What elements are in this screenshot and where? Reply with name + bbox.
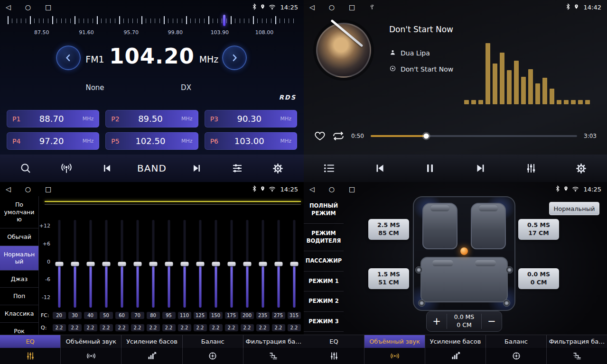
eq-slider-handle[interactable]: [86, 262, 94, 266]
mode-2[interactable]: РЕЖИМ 2: [304, 291, 344, 312]
eq-slider-handle[interactable]: [55, 262, 63, 266]
nav-recents-icon[interactable]: □: [45, 186, 51, 192]
next-station-icon[interactable]: [187, 158, 207, 179]
rear-right-delay-badge[interactable]: 0.0 MS 0 CM: [518, 268, 559, 289]
nav-recents-icon[interactable]: □: [45, 4, 51, 10]
tune-up-button[interactable]: [222, 46, 247, 70]
settings-gear-icon[interactable]: [571, 158, 592, 179]
nav-home-icon[interactable]: ○: [25, 186, 31, 192]
nav-home-icon[interactable]: ○: [329, 186, 335, 192]
next-track-icon[interactable]: [470, 158, 491, 179]
eq-band-slider[interactable]: [224, 220, 239, 308]
tab-surround[interactable]: Объёмный звук: [364, 335, 425, 348]
nav-recents-icon[interactable]: □: [349, 4, 355, 10]
progress-slider[interactable]: [371, 135, 577, 137]
previous-station-icon[interactable]: [96, 158, 117, 179]
mode-1[interactable]: РЕЖИМ 1: [304, 272, 344, 292]
eq-slider-handle[interactable]: [259, 262, 267, 266]
tab-eq[interactable]: EQ: [0, 335, 61, 348]
mode-driver[interactable]: РЕЖИМ ВОДИТЕЛЯ: [304, 224, 344, 251]
preset-button-p1[interactable]: P1 88.70 MHz: [7, 110, 99, 127]
eq-preset-jazz[interactable]: Джаз: [0, 271, 38, 288]
eq-band-slider[interactable]: [239, 220, 255, 308]
nav-home-icon[interactable]: ○: [25, 4, 31, 10]
balance-tab-icon[interactable]: [486, 348, 547, 364]
frequency-ruler[interactable]: [8, 16, 296, 27]
delay-increase-button[interactable]: +: [427, 311, 447, 331]
repeat-icon[interactable]: [332, 130, 345, 142]
eq-tab-icon[interactable]: [0, 348, 61, 364]
tab-filter[interactable]: Фильтрация ба…: [243, 335, 304, 348]
eq-slider-handle[interactable]: [196, 262, 204, 266]
eq-slider-handle[interactable]: [133, 262, 141, 266]
mode-3[interactable]: РЕЖИМ 3: [304, 312, 344, 332]
filter-tab-icon[interactable]: [547, 348, 607, 364]
eq-band-slider[interactable]: [98, 220, 114, 308]
surround-tab-icon[interactable]: [364, 348, 425, 364]
balance-tab-icon[interactable]: [183, 348, 243, 364]
eq-tab-icon[interactable]: [304, 348, 364, 364]
tab-surround[interactable]: Объёмный звук: [61, 335, 121, 348]
mode-full[interactable]: ПОЛНЫЙ РЕЖИМ: [304, 196, 344, 224]
eq-band-slider[interactable]: [192, 220, 208, 308]
eq-band-slider[interactable]: [286, 220, 302, 308]
bass-boost-tab-icon[interactable]: [121, 348, 182, 364]
eq-slider-handle[interactable]: [212, 262, 220, 266]
rear-left-delay-badge[interactable]: 1.5 MS 51 CM: [368, 268, 409, 289]
band-button[interactable]: BAND: [137, 163, 167, 174]
broadcast-icon[interactable]: [56, 158, 77, 179]
scan-search-icon[interactable]: [15, 158, 36, 179]
mode-passenger[interactable]: ПАССАЖИР: [304, 251, 344, 272]
eq-band-slider[interactable]: [145, 220, 161, 308]
nav-recents-icon[interactable]: □: [349, 186, 355, 192]
eq-band-slider[interactable]: [67, 220, 83, 308]
eq-preset-normal[interactable]: Нормальный: [0, 246, 38, 271]
eq-preset-rock[interactable]: Рок: [0, 323, 38, 335]
equalizer-mixer-icon[interactable]: [521, 158, 542, 179]
preset-button-p6[interactable]: P6 103.00 MHz: [205, 132, 297, 150]
playlist-icon[interactable]: [319, 158, 340, 179]
eq-band-slider[interactable]: [271, 220, 286, 308]
eq-preset-default[interactable]: По умолчанию: [0, 196, 38, 228]
nav-back-icon[interactable]: ◁: [309, 186, 315, 192]
eq-slider-handle[interactable]: [290, 262, 298, 266]
preset-button-p4[interactable]: P4 97.20 MHz: [7, 132, 99, 150]
eq-slider-handle[interactable]: [227, 262, 235, 266]
eq-slider-handle[interactable]: [71, 262, 79, 266]
tune-down-button[interactable]: [56, 46, 81, 70]
preset-button-p2[interactable]: P2 89.50 MHz: [105, 110, 198, 127]
tab-filter[interactable]: Фильтрация ба…: [547, 335, 607, 348]
nav-back-icon[interactable]: ◁: [6, 186, 11, 192]
tab-balance[interactable]: Баланс: [486, 335, 547, 348]
filter-tab-icon[interactable]: [243, 348, 304, 364]
preset-button-p3[interactable]: P3 90.30 MHz: [205, 110, 297, 127]
settings-gear-icon[interactable]: [268, 158, 289, 179]
eq-band-slider[interactable]: [130, 220, 145, 308]
sound-preset-button[interactable]: Нормальный: [549, 202, 599, 215]
eq-preset-pop[interactable]: Поп: [0, 288, 38, 305]
eq-slider-handle[interactable]: [102, 262, 110, 266]
favorite-heart-icon[interactable]: [314, 130, 326, 142]
front-right-delay-badge[interactable]: 0.5 MS 17 CM: [518, 219, 559, 240]
eq-band-slider[interactable]: [255, 220, 271, 308]
eq-band-slider[interactable]: [83, 220, 98, 308]
eq-band-slider[interactable]: [208, 220, 224, 308]
nav-back-icon[interactable]: ◁: [6, 4, 11, 10]
eq-band-slider[interactable]: [114, 220, 130, 308]
eq-band-slider[interactable]: [51, 220, 67, 308]
eq-preset-classic[interactable]: Классика: [0, 305, 38, 323]
tab-balance[interactable]: Баланс: [183, 335, 243, 348]
delay-decrease-button[interactable]: −: [482, 311, 502, 331]
eq-preset-custom[interactable]: Обычай: [0, 228, 38, 246]
eq-slider-handle[interactable]: [165, 262, 173, 266]
bass-boost-tab-icon[interactable]: [425, 348, 486, 364]
eq-band-slider[interactable]: [177, 220, 192, 308]
front-left-delay-badge[interactable]: 2.5 MS 85 CM: [368, 219, 409, 240]
eq-slider-handle[interactable]: [274, 262, 282, 266]
previous-track-icon[interactable]: [369, 158, 390, 179]
eq-slider-handle[interactable]: [243, 262, 251, 266]
listening-position-marker[interactable]: [460, 247, 468, 255]
tab-eq[interactable]: EQ: [304, 335, 364, 348]
pause-icon[interactable]: [420, 158, 440, 179]
nav-home-icon[interactable]: ○: [329, 4, 335, 10]
